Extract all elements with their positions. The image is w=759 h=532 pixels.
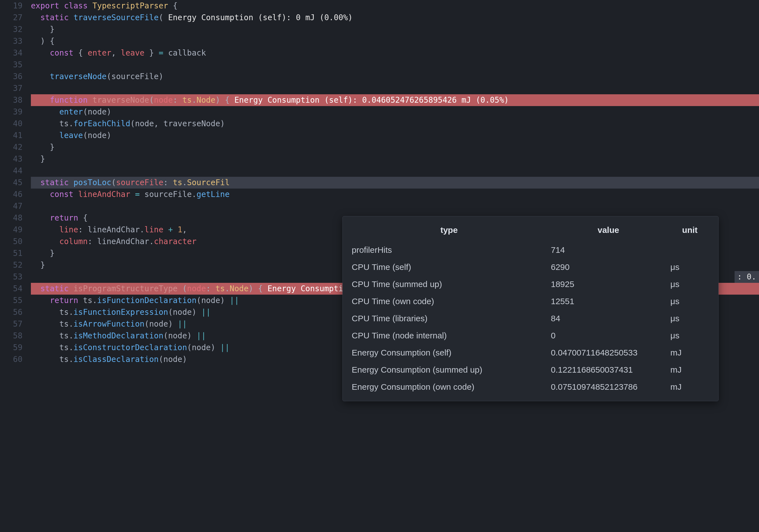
col-header-value: value [549,221,668,241]
table-row: Energy Consumption (summed up)0.12211686… [349,361,711,378]
code-line[interactable] [31,200,759,212]
line-number: 49 [0,224,22,236]
table-row: CPU Time (libraries)84μs [349,310,711,327]
line-number: 42 [0,141,22,153]
table-row: profilerHits714 [349,241,711,258]
code-editor[interactable]: 19 27 32 33 34 35 36 37 38 39 40 41 42 4… [0,0,759,532]
line-number: 57 [0,318,22,330]
code-line[interactable]: static posToLoc(sourceFile: ts.SourceFil [31,177,759,189]
code-line[interactable] [31,59,759,71]
line-number: 32 [0,23,22,35]
table-row: CPU Time (node internal)0μs [349,327,711,344]
code-line[interactable]: enter(node) [31,106,759,118]
table-row: Energy Consumption (own code)0.075109748… [349,378,711,395]
line-number: 33 [0,35,22,47]
profiler-table: type value unit profilerHits714 CPU Time… [349,221,711,395]
line-number: 39 [0,106,22,118]
line-number: 46 [0,189,22,200]
line-number: 45 [0,177,22,189]
line-number: 27 [0,12,22,23]
line-number: 58 [0,330,22,342]
code-line[interactable]: const { enter, leave } = callback [31,47,759,59]
line-number: 52 [0,259,22,271]
line-number: 37 [0,83,22,94]
code-line[interactable]: } [31,153,759,165]
code-line[interactable]: static traverseSourceFile( Energy Consum… [31,12,759,23]
code-line-highlighted[interactable]: function traverseNode(node: ts.Node) { E… [31,94,759,106]
line-number: 43 [0,153,22,165]
profiler-tooltip: type value unit profilerHits714 CPU Time… [342,216,719,401]
col-header-unit: unit [668,221,711,241]
code-line[interactable]: traverseNode(sourceFile) [31,71,759,83]
line-number: 38 [0,94,22,106]
line-number: 53 [0,271,22,283]
line-number: 56 [0,306,22,318]
code-line[interactable]: leave(node) [31,130,759,141]
line-number: 60 [0,354,22,365]
table-row: Energy Consumption (self)0.0470071164825… [349,344,711,361]
line-number: 35 [0,59,22,71]
line-number: 47 [0,200,22,212]
code-line[interactable]: } [31,23,759,35]
line-number: 55 [0,295,22,306]
code-line[interactable]: export class TypescriptParser { [31,0,759,12]
code-line[interactable]: ) { [31,35,759,47]
code-line[interactable]: const lineAndChar = sourceFile.getLine [31,189,759,200]
line-number: 41 [0,130,22,141]
line-number: 40 [0,118,22,130]
line-number: 54 [0,283,22,295]
line-number: 50 [0,236,22,247]
code-line[interactable]: ts.forEachChild(node, traverseNode) [31,118,759,130]
code-line[interactable] [31,83,759,94]
inline-metric: Energy Consumption (self): 0 mJ (0.00%) [168,13,352,22]
line-number: 48 [0,212,22,224]
table-row: CPU Time (summed up)18925μs [349,276,711,293]
line-number: 51 [0,247,22,259]
line-number-gutter: 19 27 32 33 34 35 36 37 38 39 40 41 42 4… [0,0,31,532]
truncated-metric-peek: : 0. [735,271,759,283]
code-line[interactable] [31,165,759,177]
line-number: 36 [0,71,22,83]
col-header-type: type [349,221,549,241]
line-number: 59 [0,342,22,354]
inline-metric: Energy Consumption (self): 0.04605247626… [230,95,509,105]
line-number: 44 [0,165,22,177]
code-line[interactable]: } [31,141,759,153]
table-row: CPU Time (own code)12551μs [349,293,711,310]
table-row: CPU Time (self)6290μs [349,258,711,276]
line-number: 19 [0,0,22,12]
line-number: 34 [0,47,22,59]
